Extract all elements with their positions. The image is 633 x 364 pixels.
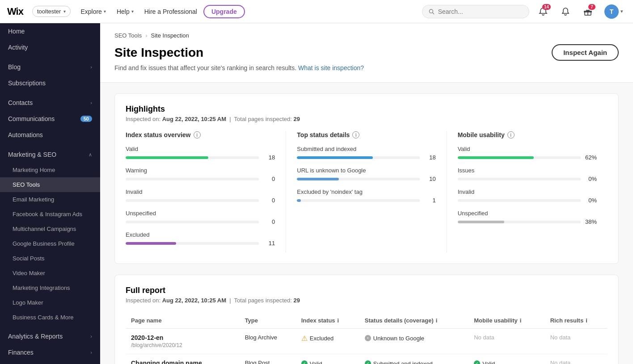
sidebar-item-blog-label: Blog (8, 63, 87, 71)
row2-type: Blog Post (240, 354, 296, 364)
full-report-total-pages: 29 (294, 297, 300, 304)
sidebar-item-subscriptions[interactable]: Subscriptions (0, 75, 100, 91)
gifts-badge: 7 (588, 4, 595, 10)
sidebar-item-home[interactable]: Home (0, 23, 100, 39)
index-status-col-info-icon[interactable]: i (338, 317, 339, 324)
row1-status-details: • Unknown to Google (359, 329, 468, 354)
business-cards-label: Business Cards & More (13, 314, 74, 321)
top-noindex-row: Excluded by 'noindex' tag 1 (297, 188, 435, 204)
index-warning-row: Warning 0 (126, 167, 275, 182)
sidebar-item-site-app[interactable]: Site & App › (0, 360, 100, 364)
account-name: tooltester (37, 8, 61, 15)
report-table: Page name Type Index status i (126, 313, 608, 364)
bell-button[interactable] (557, 3, 574, 20)
blog-chevron-icon: › (90, 64, 92, 70)
search-input[interactable] (438, 8, 523, 15)
full-report-subtitle: Inspected on: Aug 22, 2022, 10:25 AM | T… (126, 297, 608, 304)
nav-help[interactable]: Help ▾ (112, 5, 138, 18)
inspect-again-button[interactable]: Inspect Again (552, 44, 619, 61)
logo-maker-label: Logo Maker (13, 299, 43, 306)
svg-line-1 (433, 13, 434, 14)
upgrade-button[interactable]: Upgrade (203, 5, 245, 18)
explore-chevron-icon: ▾ (104, 9, 106, 14)
account-switcher[interactable]: tooltester ▾ (32, 6, 71, 17)
submitted-green-icon: ✓ (365, 360, 371, 364)
sidebar-item-communications[interactable]: Communications 50 (0, 111, 100, 127)
rich-results-col-info-icon[interactable]: i (586, 317, 587, 324)
mobile-usability-col-info-icon[interactable]: i (520, 317, 522, 324)
row1-mobile: No data (468, 329, 545, 354)
page-header: SEO Tools › Site Inspection Site Inspect… (100, 23, 633, 83)
nav-explore[interactable]: Explore ▾ (76, 5, 110, 18)
search-box[interactable] (422, 5, 529, 18)
gifts-button[interactable]: 7 (579, 3, 596, 20)
report-table-wrapper: Page name Type Index status i (126, 313, 608, 364)
mobile-invalid-row: Invalid 0% (458, 188, 597, 204)
sidebar-item-business-cards[interactable]: Business Cards & More (0, 310, 100, 325)
highlights-total-pages: 29 (294, 116, 300, 122)
full-report-card: Full report Inspected on: Aug 22, 2022, … (114, 275, 619, 364)
highlights-title: Highlights (126, 105, 608, 114)
marketing-integrations-label: Marketing Integrations (13, 285, 70, 291)
sidebar-item-logo-maker[interactable]: Logo Maker (0, 295, 100, 310)
valid-green-icon: ✓ (301, 360, 308, 364)
nav-links: Explore ▾ Help ▾ Hire a Professional Upg… (76, 5, 245, 18)
col-rich-results: Rich results i (545, 313, 608, 329)
table-row: 2020-12-en /blog/archive/2020/12 Blog Ar… (126, 329, 608, 354)
index-invalid-row: Invalid 0 (126, 188, 275, 204)
sidebar-item-google-business[interactable]: Google Business Profile (0, 236, 100, 251)
mobile-usability-info-icon[interactable]: i (507, 131, 515, 138)
sidebar-item-contacts[interactable]: Contacts › (0, 95, 100, 111)
sidebar-item-blog[interactable]: Blog › (0, 59, 100, 75)
sidebar-item-marketing-seo[interactable]: Marketing & SEO ∧ (0, 146, 100, 163)
video-maker-label: Video Maker (13, 270, 45, 276)
sidebar-item-multichannel[interactable]: Multichannel Campaigns (0, 222, 100, 236)
sidebar-item-seo-tools[interactable]: SEO Tools (0, 177, 100, 192)
sidebar-item-communications-label: Communications (8, 115, 77, 122)
main-content: SEO Tools › Site Inspection Site Inspect… (100, 23, 633, 364)
breadcrumb-parent[interactable]: SEO Tools (114, 32, 142, 39)
sidebar: Home Activity Blog › Subscriptions Conta… (0, 23, 100, 364)
help-chevron-icon: ▾ (131, 9, 134, 14)
unknown-dot-icon: • (365, 335, 371, 341)
analytics-chevron-icon: › (90, 334, 92, 339)
col-mobile-usability: Mobile usability i (468, 313, 545, 329)
col-status-details: Status details (coverage) i (359, 313, 468, 329)
index-status-info-icon[interactable]: i (194, 131, 201, 138)
top-status-header: Top status details i (297, 131, 435, 138)
contacts-chevron-icon: › (90, 100, 92, 105)
breadcrumb-separator: › (145, 32, 147, 39)
sidebar-item-marketing-home[interactable]: Marketing Home (0, 163, 100, 177)
sidebar-item-social-posts[interactable]: Social Posts (0, 251, 100, 266)
sidebar-item-activity-label: Activity (8, 44, 92, 51)
user-avatar: T (604, 4, 619, 19)
sidebar-item-email-marketing[interactable]: Email Marketing (0, 192, 100, 207)
table-row: Changing domain name... /post/changing-d… (126, 354, 608, 364)
social-posts-label: Social Posts (13, 255, 45, 262)
avatar-chevron-icon: ▾ (620, 8, 623, 14)
what-is-inspection-link[interactable]: What is site inspection? (298, 64, 364, 71)
sidebar-item-contacts-label: Contacts (8, 99, 87, 106)
sidebar-item-automations[interactable]: Automations (0, 127, 100, 143)
sidebar-item-finances[interactable]: Finances › (0, 344, 100, 360)
sidebar-item-activity[interactable]: Activity (0, 39, 100, 55)
avatar-button[interactable]: T ▾ (602, 3, 626, 20)
sidebar-item-facebook-instagram[interactable]: Facebook & Instagram Ads (0, 207, 100, 222)
status-details-col-info-icon[interactable]: i (436, 317, 438, 324)
search-icon (429, 8, 435, 15)
sidebar-item-marketing-integrations[interactable]: Marketing Integrations (0, 280, 100, 295)
breadcrumb-current: Site Inspection (151, 32, 189, 39)
top-submitted-row: Submitted and indexed 18 (297, 146, 435, 161)
notifications-button[interactable]: 14 (535, 3, 552, 20)
sidebar-item-analytics[interactable]: Analytics & Reports › (0, 328, 100, 344)
mobile-usability-header: Mobile usability i (458, 131, 597, 138)
top-status-info-icon[interactable]: i (352, 131, 359, 138)
marketing-chevron-icon: ∧ (89, 152, 92, 158)
page-title: Site Inspection (114, 46, 203, 60)
sidebar-item-video-maker[interactable]: Video Maker (0, 266, 100, 280)
mobile-valid-icon: ✓ (474, 360, 480, 364)
google-business-label: Google Business Profile (13, 240, 75, 247)
highlights-inspected-on: Aug 22, 2022, 10:25 AM (162, 116, 226, 122)
index-valid-row: Valid 18 (126, 146, 275, 161)
nav-hire[interactable]: Hire a Professional (140, 5, 202, 18)
